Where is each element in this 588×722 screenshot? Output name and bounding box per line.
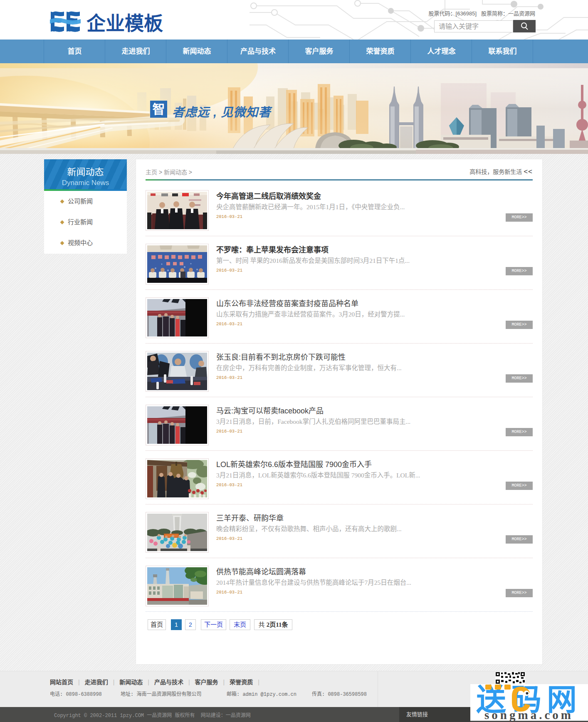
svg-text:企业模板: 企业模板: [86, 12, 163, 33]
svg-text:songma.com: songma.com: [484, 708, 573, 721]
